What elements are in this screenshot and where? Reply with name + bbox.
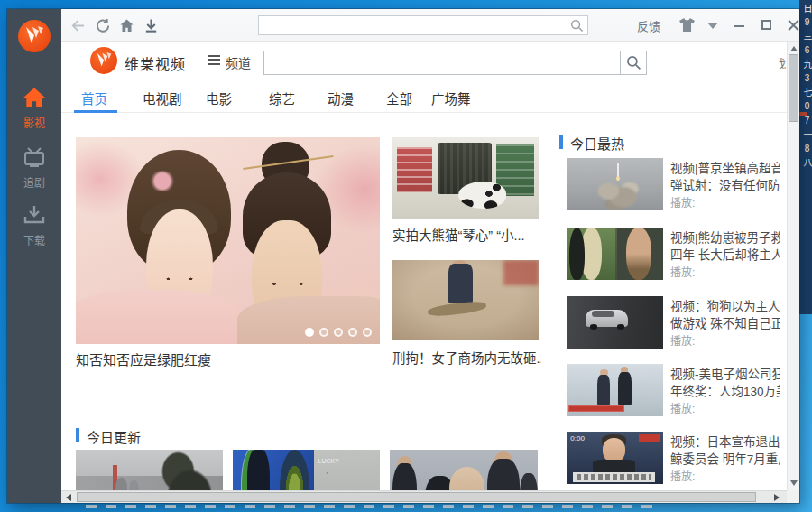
sidebar-item-label: 下载 bbox=[7, 232, 61, 247]
thumb-art-detail bbox=[397, 147, 432, 192]
hot-item-title: 视频：日本宣布退出国 bbox=[670, 432, 780, 450]
tab-square-dance[interactable]: 广场舞 bbox=[431, 88, 471, 107]
hero-carousel[interactable] bbox=[76, 137, 380, 344]
refresh-icon[interactable] bbox=[96, 18, 111, 33]
tab-tv-series[interactable]: 电视剧 bbox=[143, 88, 182, 107]
tab-variety[interactable]: 综艺 bbox=[269, 88, 295, 107]
tv-icon bbox=[23, 146, 46, 168]
vertical-scrollbar-thumb[interactable] bbox=[789, 54, 798, 122]
thumb-art-detail bbox=[597, 375, 610, 406]
subtitle-bar bbox=[573, 472, 655, 483]
home-nav-icon[interactable] bbox=[119, 18, 134, 33]
carousel-dot-active[interactable] bbox=[305, 328, 314, 337]
hot-item-thumb-bear bbox=[567, 228, 663, 280]
horizontal-scrollbar-thumb[interactable] bbox=[77, 492, 756, 502]
back-icon[interactable] bbox=[70, 18, 86, 33]
desktop: 日9三6九3七07一8八 影视 bbox=[0, 0, 812, 512]
desktop-dashes-decoration bbox=[86, 505, 654, 508]
hot-list-item[interactable]: 视频：狗狗以为主人在 做游戏 殊不知自己正在 播放: bbox=[559, 296, 780, 361]
scroll-left-arrow-icon[interactable] bbox=[66, 494, 71, 501]
download-icon[interactable] bbox=[143, 18, 159, 33]
thumb-art-detail bbox=[616, 176, 620, 181]
hero-art-detail bbox=[149, 171, 176, 191]
sidebar-item-downloads[interactable]: 下载 bbox=[7, 204, 61, 247]
close-button[interactable] bbox=[785, 17, 803, 33]
hero-caption[interactable]: 知否知否应是绿肥红瘦 bbox=[76, 349, 380, 368]
section-accent-bar bbox=[559, 135, 563, 149]
tab-movies[interactable]: 电影 bbox=[206, 88, 232, 107]
maximize-button[interactable] bbox=[758, 17, 776, 33]
sidebar-item-follow-dramas[interactable]: 追剧 bbox=[7, 146, 61, 190]
update-thumb-street[interactable] bbox=[76, 450, 223, 490]
hot-list-item[interactable]: 视频|熊幼崽被男子救起 四年 长大后却将主人咬 播放: bbox=[559, 228, 780, 293]
tab-all[interactable]: 全部 bbox=[386, 88, 412, 107]
menu-caret-icon[interactable] bbox=[707, 23, 718, 29]
carousel-dot[interactable] bbox=[363, 328, 372, 337]
thumb-art-detail bbox=[392, 463, 416, 490]
vertical-scrollbar[interactable] bbox=[787, 42, 799, 490]
carousel-dot[interactable] bbox=[319, 328, 328, 337]
scroll-up-arrow-icon[interactable] bbox=[790, 46, 798, 51]
video-thumb-panda[interactable] bbox=[392, 137, 539, 219]
hero-art-detail bbox=[237, 296, 380, 344]
toolbar-search-box bbox=[258, 15, 588, 35]
thumb-art-detail bbox=[115, 478, 127, 490]
thumb-art-detail bbox=[503, 260, 539, 285]
thumb-art-detail bbox=[129, 480, 139, 490]
update-thumb-tv-studio[interactable]: LUCKY bbox=[233, 450, 380, 490]
channel-link[interactable]: 频道 bbox=[226, 53, 251, 71]
thumb-art-detail bbox=[617, 324, 625, 329]
toolbar-search-input[interactable] bbox=[263, 16, 565, 34]
home-icon bbox=[23, 87, 46, 108]
thumb-art-detail bbox=[458, 182, 506, 209]
thumb-art-detail bbox=[448, 264, 474, 304]
hamburger-icon[interactable] bbox=[208, 55, 220, 65]
carousel-dot[interactable] bbox=[334, 328, 343, 337]
thumb-art-detail bbox=[569, 228, 585, 280]
hot-list-item[interactable]: 0:00 视频：日本宣布退出国 鲸委员会 明年7月重启 播放: bbox=[559, 432, 780, 490]
hot-item-title: 视频|熊幼崽被男子救起 bbox=[670, 228, 780, 246]
search-icon[interactable] bbox=[570, 19, 584, 33]
hot-list-item[interactable]: 视频|普京坐镇高超音速 弹试射：没有任何防御 播放: bbox=[559, 158, 780, 223]
video-thumb-mall[interactable] bbox=[392, 260, 539, 340]
hot-list-item[interactable]: 视频-美电子烟公司狂发 年终奖：人均130万美元 播放: bbox=[559, 364, 780, 429]
carousel-dot[interactable] bbox=[348, 328, 357, 337]
hot-item-thumb-dog-car bbox=[567, 296, 663, 349]
site-search-input[interactable] bbox=[269, 52, 615, 73]
video-caption[interactable]: 实拍大熊猫“琴心” “小... bbox=[392, 225, 541, 244]
site-brand-name[interactable]: 维棠视频 bbox=[125, 52, 186, 74]
sidebar-item-movies[interactable]: 影视 bbox=[7, 87, 61, 130]
site-search-button[interactable] bbox=[620, 51, 647, 75]
video-caption[interactable]: 刑拘！女子商场内无故砸... bbox=[392, 348, 541, 367]
horizontal-scrollbar[interactable] bbox=[61, 490, 787, 503]
thumb-art-detail bbox=[617, 163, 619, 177]
thumb-art-detail bbox=[592, 311, 615, 317]
update-thumb-crowd[interactable] bbox=[390, 450, 538, 490]
play-count-label: 播放: bbox=[670, 194, 695, 209]
tab-anime[interactable]: 动漫 bbox=[328, 88, 354, 107]
app-logo-glyph bbox=[24, 25, 45, 47]
section-accent-bar bbox=[76, 428, 79, 442]
hot-today-column: 今日最热 视频|普京坐镇高超音速 弹试射：没有任何防御 播放: bbox=[559, 134, 780, 490]
thumb-art-detail bbox=[568, 405, 624, 411]
minimize-button[interactable] bbox=[731, 17, 749, 33]
thumb-art-detail bbox=[639, 434, 660, 442]
carousel-dots bbox=[305, 328, 372, 337]
tab-home[interactable]: 首页 bbox=[81, 88, 107, 107]
feedback-button[interactable]: 反馈 bbox=[637, 17, 660, 34]
play-count-label: 播放: bbox=[670, 332, 695, 348]
thumb-watermark: LUCKY bbox=[318, 458, 339, 464]
browser-viewport: 维棠视频 频道 划 首页 电视剧 电影 综艺 动漫 全部 广场舞 bbox=[61, 42, 799, 490]
shirt-skin-icon[interactable] bbox=[678, 17, 696, 33]
hot-item-thumb-office bbox=[567, 364, 663, 416]
thumb-art-detail bbox=[626, 228, 651, 280]
sidebar-item-label: 追剧 bbox=[7, 174, 61, 190]
scroll-right-arrow-icon[interactable] bbox=[774, 494, 780, 501]
scroll-down-arrow-icon[interactable] bbox=[790, 480, 798, 486]
site-logo-icon[interactable] bbox=[90, 47, 117, 74]
hot-item-thumb-rocket bbox=[567, 158, 663, 210]
play-count-label: 播放: bbox=[670, 468, 695, 483]
thumb-art-detail bbox=[618, 372, 632, 405]
site-nav: 首页 电视剧 电影 综艺 动漫 全部 广场舞 bbox=[61, 80, 799, 113]
hot-item-title: 年终奖：人均130万美元 bbox=[670, 381, 780, 399]
